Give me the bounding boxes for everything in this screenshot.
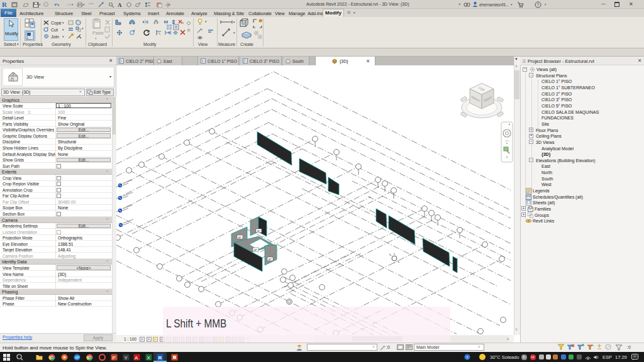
svg-text:R: R (2, 1, 8, 8)
svg-text:P: P (113, 355, 116, 361)
svg-text:R: R (158, 355, 162, 361)
svg-text:Y: Y (125, 355, 128, 361)
svg-text:X: X (147, 355, 151, 361)
svg-text:?: ? (536, 3, 539, 7)
svg-text:A: A (135, 355, 138, 361)
svg-text:A: A (118, 2, 122, 8)
